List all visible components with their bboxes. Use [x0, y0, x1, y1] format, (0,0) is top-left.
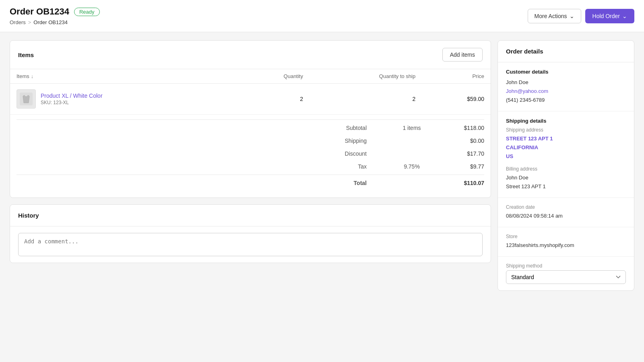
breadcrumb-current: Order OB1234 [33, 19, 68, 25]
order-details-card: Order details Customer details John Doe … [497, 40, 634, 291]
tax-row: Tax 9.75% $9.77 [10, 160, 491, 173]
total-row: Total $110.07 [10, 177, 491, 189]
shipping-row: Shipping $0.00 [10, 134, 491, 147]
col-header-price: Price [422, 69, 491, 84]
items-card-header: Items Add items [10, 41, 491, 69]
more-actions-button[interactable]: More Actions ⌄ [528, 9, 581, 23]
hold-order-button[interactable]: Hold Order ⌄ [585, 9, 634, 23]
history-title: History [18, 212, 39, 219]
col-header-quantity-ship: Quantity to ship [310, 69, 422, 84]
subtotal-row: Subtotal 1 items $118.00 [10, 121, 491, 134]
items-card-title: Items [18, 51, 34, 58]
breadcrumb-orders-link[interactable]: Orders [10, 19, 26, 25]
totals-section: Subtotal 1 items $118.00 Shipping $0.00 … [10, 115, 491, 197]
tax-label: Tax [315, 163, 380, 170]
chevron-down-icon-hold: ⌄ [622, 13, 627, 19]
billing-address-label: Billing address [506, 166, 626, 172]
discount-amount: $17.70 [444, 150, 484, 157]
creation-date-section: Creation date 08/08/2024 09:58:14 am [498, 198, 634, 227]
shipping-label: Shipping [315, 138, 380, 144]
add-items-button[interactable]: Add items [442, 48, 483, 62]
store-label: Store [506, 234, 626, 239]
main-layout: Items Add items Items ↓ Quantity Quantit… [0, 32, 644, 299]
header-left: Order OB1234 Ready Orders > Order OB1234 [10, 6, 100, 25]
customer-heading: Customer details [506, 69, 626, 75]
product-quantity: 2 [235, 84, 310, 115]
hold-order-label: Hold Order [592, 13, 620, 19]
customer-details-section: Customer details John Doe John@yahoo.com… [498, 62, 634, 111]
page-title: Order OB1234 [10, 6, 69, 17]
total-amount: $110.07 [444, 180, 484, 186]
tax-amount: $9.77 [444, 163, 484, 170]
product-info: Product XL / White Color SKU: 123-XL [41, 93, 103, 105]
customer-name: John Doe [506, 78, 626, 87]
history-card-header: History [10, 205, 491, 226]
store-value: 123falseshirts.myshopify.com [506, 241, 626, 250]
shipping-line1[interactable]: STREET 123 APT 1 [506, 134, 626, 143]
billing-name: John Doe [506, 173, 626, 182]
shipping-method-section: Shipping method Standard [498, 257, 634, 290]
title-row: Order OB1234 Ready [10, 6, 100, 17]
subtotal-label: Subtotal [315, 125, 380, 131]
product-name[interactable]: Product XL / White Color [41, 93, 103, 99]
customer-phone: (541) 2345-6789 [506, 96, 626, 105]
store-section: Store 123falseshirts.myshopify.com [498, 227, 634, 257]
billing-line1: Street 123 APT 1 [506, 182, 626, 191]
history-card: History [10, 204, 491, 263]
page-header: Order OB1234 Ready Orders > Order OB1234… [0, 0, 644, 32]
shipping-details-section: Shipping details Shipping address STREET… [498, 111, 634, 197]
product-image [17, 89, 36, 109]
col-header-quantity: Quantity [235, 69, 310, 84]
product-quantity-ship: 2 [310, 84, 422, 115]
items-table: Items ↓ Quantity Quantity to ship Price [10, 69, 491, 115]
discount-row: Discount $17.70 [10, 147, 491, 160]
product-cell: Product XL / White Color SKU: 123-XL [10, 84, 235, 115]
shipping-method-select[interactable]: Standard [506, 270, 626, 284]
shipping-address-label: Shipping address [506, 127, 626, 133]
shipping-heading: Shipping details [506, 118, 626, 124]
subtotal-amount: $118.00 [444, 125, 484, 131]
shipping-method-label: Shipping method [506, 263, 626, 269]
status-badge: Ready [74, 8, 100, 16]
tax-rate: 9.75% [380, 163, 444, 170]
discount-label: Discount [315, 150, 380, 157]
more-actions-label: More Actions [535, 13, 567, 19]
header-right: More Actions ⌄ Hold Order ⌄ [528, 9, 634, 23]
breadcrumb: Orders > Order OB1234 [10, 19, 100, 25]
main-left: Items Add items Items ↓ Quantity Quantit… [10, 40, 491, 291]
total-label: Total [315, 180, 380, 186]
product-sku: SKU: 123-XL [41, 100, 103, 105]
subtotal-count: 1 items [380, 125, 444, 131]
sort-icon: ↓ [31, 73, 34, 79]
table-row: Product XL / White Color SKU: 123-XL 2 2… [10, 84, 491, 115]
col-header-items[interactable]: Items ↓ [10, 69, 235, 84]
main-right: Order details Customer details John Doe … [497, 40, 634, 291]
chevron-down-icon: ⌄ [570, 13, 574, 19]
product-price: $59.00 [422, 84, 491, 115]
comment-input[interactable] [18, 233, 483, 256]
items-card: Items Add items Items ↓ Quantity Quantit… [10, 40, 491, 198]
order-details-title: Order details [498, 41, 634, 62]
breadcrumb-separator: > [28, 19, 31, 25]
creation-date-label: Creation date [506, 204, 626, 210]
customer-email[interactable]: John@yahoo.com [506, 87, 626, 96]
shipping-amount: $0.00 [444, 138, 484, 144]
shipping-line3[interactable]: US [506, 152, 626, 161]
creation-date-value: 08/08/2024 09:58:14 am [506, 212, 626, 220]
shipping-line2[interactable]: CALIFORNIA [506, 143, 626, 152]
